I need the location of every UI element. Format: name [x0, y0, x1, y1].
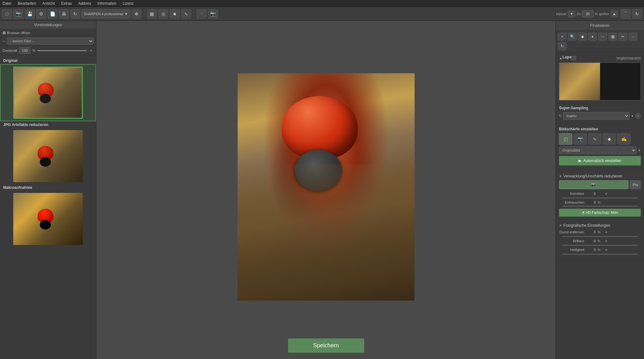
opacity-slider-fill — [37, 50, 87, 51]
crop-button[interactable]: ✥ — [131, 9, 142, 19]
filter-dropdown[interactable]: - keinen Filter - — [7, 38, 94, 45]
preset-makro-item[interactable] — [0, 191, 96, 247]
bildschärfe-section: Bildschärfe einstellen ◫ 📷 ∿ ◆ ✍ Origina… — [556, 124, 644, 170]
menu-ansicht[interactable]: Ansicht — [42, 1, 55, 6]
lupe-right-preview — [600, 63, 641, 100]
settings-button[interactable]: ⚙ — [36, 9, 46, 19]
grid-button[interactable]: ⋅ — [197, 9, 207, 19]
menu-information[interactable]: Information — [97, 1, 116, 6]
brillanz-slider-container — [559, 245, 641, 246]
schärfe-icon-5[interactable]: ✍ — [617, 133, 630, 145]
entrauschen-slider[interactable] — [562, 206, 638, 207]
verwacklung-icon: ☀ — [559, 174, 562, 178]
rotate-button[interactable]: ↻ — [632, 9, 642, 19]
helligkeit-slider[interactable] — [562, 254, 638, 255]
info-btn-ss[interactable]: i — [635, 113, 641, 119]
dunst-plus[interactable]: + — [604, 230, 608, 235]
menu-lizenz[interactable]: Lizenz — [123, 1, 134, 6]
menu-extras[interactable]: Extras — [61, 1, 72, 6]
super-sampling-dropdown[interactable]: Inaktiv — [563, 112, 629, 120]
schärfe-icon-4[interactable]: ◆ — [603, 133, 616, 145]
save-button[interactable]: Speichern — [288, 338, 364, 353]
left-panel: Voreinstellungen ▦ Browser öffnen − - ke… — [0, 21, 96, 359]
ladybug-head-makro — [40, 220, 51, 230]
browser-row: ▦ Browser öffnen — [0, 29, 96, 36]
finalisieren-title: Finalisieren — [590, 23, 610, 28]
ladybug-head — [40, 94, 51, 103]
fotografisch-section: ☀ Fotografische Einstellungen Dunst entf… — [556, 219, 644, 259]
rt-arrow-btn[interactable]: → — [629, 33, 637, 41]
schärfe-icon-3[interactable]: ∿ — [588, 133, 601, 145]
product-dropdown[interactable]: SHARPEN 4 professional ▼ — [82, 9, 130, 18]
helligkeit-slider-container — [559, 254, 641, 255]
menu-datei[interactable]: Datei — [3, 1, 11, 6]
helligkeit-plus[interactable]: + — [604, 247, 608, 252]
schärfe-icon-1[interactable]: ◫ — [559, 133, 572, 145]
opacity-input[interactable] — [19, 47, 30, 54]
helligkeit-value: 0 — [586, 248, 596, 252]
preset-jpg-label: JPG Artefakte reduzieren — [0, 121, 96, 128]
verwacklungs-btn-1[interactable]: 📷 — [559, 180, 629, 189]
verwacklungs-pro-btn[interactable]: Pro — [630, 180, 641, 189]
rt-diamond-btn[interactable]: ◆ — [578, 33, 587, 41]
rt-cursor-btn[interactable]: ✏ — [618, 33, 627, 41]
korrektur-slider[interactable] — [562, 197, 638, 199]
presets-list: Original JPG Artefakte reduzieren — [0, 55, 96, 359]
grid-icon: ▦ — [3, 31, 6, 35]
export-button[interactable]: 📄 — [47, 9, 58, 19]
ladybug-shell-main — [282, 96, 370, 172]
entrauschen-label: Entrauschen — [559, 200, 584, 204]
entrauschen-row: Entrauschen 0 % — [559, 200, 641, 204]
brillanz-slider[interactable] — [562, 245, 638, 246]
rt-zoom-btn[interactable]: 🔍 — [568, 33, 577, 41]
mask-button[interactable]: ■ — [170, 9, 180, 19]
add-preset-btn[interactable]: + — [88, 48, 94, 53]
bildschärfe-dropdown[interactable]: Originalbild — [559, 147, 636, 154]
opacity-slider[interactable] — [37, 50, 87, 51]
auto-einstellen-btn[interactable]: ▶ Automatisch einstellen — [559, 156, 641, 165]
layer-button[interactable]: ▦ — [147, 9, 157, 19]
menu-bearbeiten[interactable]: Bearbeiten — [18, 1, 36, 6]
rt-gem-btn[interactable]: ♦ — [588, 33, 597, 41]
zoom-input[interactable]: 38 — [582, 10, 593, 17]
rt-contrast-btn[interactable]: ⸻ — [598, 33, 607, 41]
brillanz-plus[interactable]: + — [604, 238, 608, 243]
fit-button[interactable]: ⌒ — [621, 9, 631, 19]
filter-button[interactable]: ◎ — [158, 9, 168, 19]
dropdown-arrow-ss: ▼ — [631, 114, 634, 118]
histogram-button[interactable]: ∿ — [181, 9, 191, 19]
auto-label: Automatisch einstellen — [583, 159, 621, 163]
hdfb-btn[interactable]: ◔ HD-Farbschutz: Aktiv — [559, 209, 641, 217]
korrektur-plus[interactable]: + — [604, 191, 608, 196]
print-button[interactable]: 🖶 — [59, 9, 69, 19]
dunst-slider[interactable] — [562, 236, 638, 237]
browser-open-btn[interactable]: ▦ Browser öffnen — [3, 31, 30, 35]
zoom-value-label: Zo — [577, 12, 581, 16]
schärfe-icon-2[interactable]: 📷 — [574, 133, 587, 145]
zoom-out-button[interactable]: ▼ — [568, 10, 575, 17]
helligkeit-unit: % — [598, 248, 602, 252]
dunst-value: 0 — [586, 230, 596, 234]
preset-original-label: Original — [0, 57, 96, 64]
preset-original-item[interactable] — [0, 64, 96, 121]
save-toolbar-button[interactable]: 💾 — [25, 9, 35, 19]
undo-button[interactable]: ↻ — [70, 9, 80, 19]
menu-addons[interactable]: Addons — [78, 1, 91, 6]
open-button[interactable]: 📷 — [13, 9, 23, 19]
lupe-checkbox[interactable] — [572, 56, 576, 60]
super-sampling-title: Super-Sampling — [559, 106, 641, 110]
main-image-container[interactable] — [238, 73, 415, 301]
rt-grid2-btn[interactable]: ▦ — [608, 33, 617, 41]
view-button[interactable]: 📷 — [208, 9, 218, 19]
fotografisch-title: Fotografische Einstellungen — [563, 223, 610, 228]
zoom-in-button[interactable]: ▲ — [611, 10, 618, 17]
hdfb-label: HD-Farbschutz: Aktiv — [586, 211, 618, 214]
rt-refresh-btn[interactable]: ↻ — [558, 42, 567, 50]
vergleich-label: Vergleichsansicht — [616, 57, 641, 60]
bildschärfe-label: Bildschärfe einstellen — [559, 127, 598, 131]
preset-jpg-item[interactable] — [0, 128, 96, 184]
super-sampling-label: Super-Sampling — [559, 106, 588, 110]
zoom-control: kleiner ▼ Zo 38 % größer ▲ ⌒ ↻ — [556, 9, 642, 19]
rt-add-btn[interactable]: + — [558, 33, 567, 41]
new-button[interactable]: □ — [2, 9, 12, 19]
